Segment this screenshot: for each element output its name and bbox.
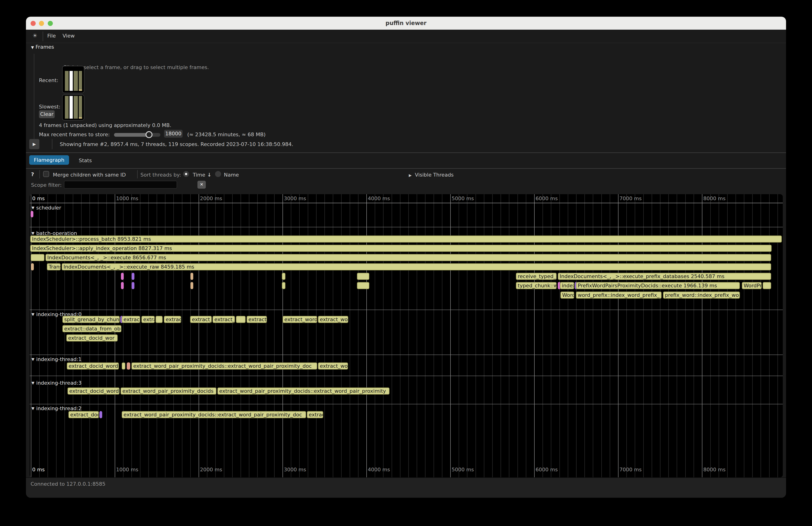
scope-bar[interactable]: extrac [164, 316, 181, 323]
scope-bar[interactable]: extract_word_pair_proximity_docids::extr… [122, 411, 306, 418]
scope-bar[interactable]: Word [560, 292, 574, 299]
scope-bar[interactable] [132, 282, 134, 289]
scope-bar[interactable]: extract_word_pair_proximity_docids::extr… [217, 388, 390, 395]
collapse-triangle-icon: ▼ [31, 357, 34, 362]
puffin-viewer-window: puffin viewer ☀ File View ▼ Frames Click… [26, 17, 786, 498]
frames-usage: 4 frames (1 unpacked) using approximatel… [39, 122, 171, 128]
scope-bar[interactable] [357, 282, 369, 289]
scope-bar[interactable]: extract_word_pair_proximity_docids::extr… [131, 362, 317, 369]
frame-bar [65, 71, 69, 91]
thread-header[interactable]: ▼scheduler [31, 205, 61, 210]
max-frames-slider[interactable] [114, 133, 160, 137]
scope-bar[interactable] [132, 273, 134, 280]
axis-tick-label: 4000 ms [368, 467, 390, 472]
scope-bar[interactable]: extract_w [213, 316, 235, 323]
visible-threads-header[interactable]: ▶ Visible Threads [409, 172, 454, 178]
scope-bar[interactable] [282, 273, 286, 280]
sort-name-label[interactable]: Name [224, 172, 239, 178]
scope-bar[interactable]: IndexDocuments<_, _>::execute_prefix_dat… [558, 273, 771, 280]
tab-flamegraph[interactable]: Flamegraph [29, 155, 69, 165]
scope-bar[interactable] [236, 316, 246, 323]
scope-bar[interactable]: extrac [307, 411, 323, 418]
scope-bar[interactable]: Trans [47, 263, 61, 271]
menu-file[interactable]: File [47, 33, 56, 39]
help-button[interactable]: ? [31, 172, 34, 177]
frame-bar [74, 96, 78, 119]
scope-bar[interactable] [99, 411, 102, 418]
axis-tick-label: 5000 ms [452, 467, 474, 472]
axis-tick-label: 1000 ms [116, 195, 138, 201]
scope-bar[interactable]: IndexScheduler>::process_batch 8953.821 … [30, 235, 782, 243]
play-button[interactable]: ▶ [29, 139, 39, 149]
axis-tick-label: 2000 ms [200, 195, 222, 201]
scope-bar[interactable]: extract_wo [318, 362, 348, 369]
scope-bar[interactable]: extra [141, 316, 155, 323]
scope-bar[interactable] [31, 254, 44, 261]
scope-bar[interactable]: extract_docid_word [67, 362, 119, 369]
menu-divider [43, 31, 43, 41]
slider-knob[interactable] [146, 131, 153, 138]
scope-bar[interactable]: IndexDocuments<_, _>::execute_raw 8459.1… [62, 263, 771, 271]
scope-bar[interactable]: IndexScheduler>::apply_index_operation 8… [30, 245, 772, 252]
sort-direction-arrow-icon[interactable]: ↓ [207, 172, 211, 178]
scope-bar[interactable]: extract_docid_word [68, 388, 119, 395]
menu-view[interactable]: View [62, 33, 75, 39]
frame-bar [65, 96, 69, 119]
scope-bar[interactable] [121, 282, 124, 289]
scope-bar[interactable] [190, 282, 193, 289]
scope-bar[interactable]: IndexDocuments<_, _>::execute 8656.677 m… [45, 254, 771, 261]
window-title: puffin viewer [26, 20, 786, 26]
thread-header[interactable]: ▼indexing-thread:3 [31, 380, 82, 386]
scope-bar[interactable] [357, 273, 369, 280]
scope-bar[interactable]: PrefixWordPairsProximityDocids::execute … [576, 282, 740, 289]
max-frames-value[interactable]: 18000 [164, 130, 183, 138]
scope-bar[interactable]: extract::data_from_ob [62, 325, 121, 332]
frame-bar-tip [79, 117, 82, 119]
tab-stats[interactable]: Stats [79, 158, 92, 163]
scope-bar[interactable]: split_grenad_by_chun [62, 316, 120, 323]
scope-bar[interactable]: extract_word [282, 316, 317, 323]
scope-bar[interactable] [127, 362, 130, 369]
thread-header[interactable]: ▼indexing-thread:2 [31, 406, 82, 411]
merge-children-checkbox[interactable] [43, 171, 49, 177]
axis-tick-label: 0 ms [32, 195, 45, 201]
scope-bar[interactable]: extract_doc [68, 411, 99, 418]
sun-icon[interactable]: ☀ [32, 32, 38, 39]
scope-bar[interactable] [156, 316, 163, 323]
scope-bar[interactable] [121, 273, 124, 280]
scope-bar[interactable]: extract_word_pair_proximity_docids [120, 388, 216, 395]
axis-tick-label: 1000 ms [116, 467, 138, 472]
sort-time-label[interactable]: Time [193, 172, 205, 178]
scope-filter-input[interactable] [64, 181, 177, 189]
scope-bar[interactable] [31, 263, 34, 271]
frames-section-header[interactable]: ▼ Frames [31, 44, 54, 50]
statusbar: Connected to 127.0.0.1:8585 [26, 477, 786, 498]
scope-bar[interactable] [282, 282, 286, 289]
scope-bar[interactable]: index [560, 282, 574, 289]
axis-tick-label: 8000 ms [703, 467, 726, 472]
scope-bar[interactable]: extract_ [190, 316, 212, 323]
scope-bar[interactable]: typed_chunk::w [516, 282, 556, 289]
flamegraph-canvas[interactable]: 0 ms0 ms1000 ms1000 ms2000 ms2000 ms3000… [30, 194, 783, 477]
menubar: ☀ File View [26, 30, 786, 43]
scope-bar[interactable]: WordPr [742, 282, 762, 289]
scope-bar[interactable]: extract_wo [318, 316, 348, 323]
scope-bar[interactable] [31, 211, 33, 217]
scope-bar[interactable]: receive_typed_ [516, 273, 556, 280]
scope-bar[interactable]: extract [122, 316, 140, 323]
scope-bar[interactable]: extract [247, 316, 267, 323]
thread-header[interactable]: ▼indexing-thread:1 [31, 356, 82, 362]
scope-bar[interactable]: word_prefix::index_word_prefix_ [576, 292, 662, 299]
recent-frame-thumbnail[interactable] [62, 66, 84, 93]
sort-name-radio[interactable] [215, 171, 221, 177]
slowest-frame-thumbnail[interactable] [62, 94, 84, 120]
sort-time-radio[interactable] [183, 171, 189, 177]
scope-bar[interactable]: extract_docid_wor [66, 334, 118, 341]
scope-bar[interactable]: prefix_word::index_prefix_wo [663, 292, 740, 299]
scope-bar[interactable] [122, 362, 125, 369]
scope-bar[interactable] [190, 273, 193, 280]
scope-bar[interactable] [763, 282, 771, 289]
clear-button[interactable]: Clear [39, 110, 55, 118]
recent-label: Recent: [39, 77, 58, 83]
clear-filter-button[interactable]: ✕ [198, 181, 206, 189]
